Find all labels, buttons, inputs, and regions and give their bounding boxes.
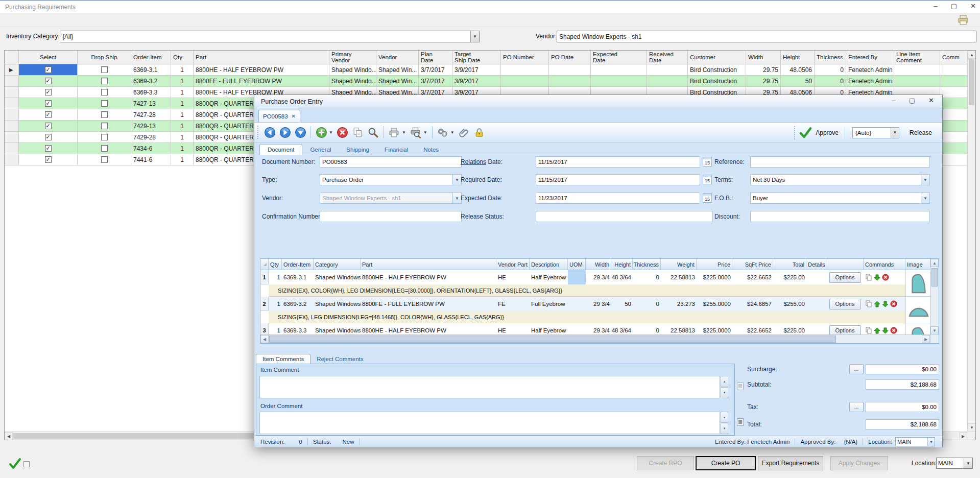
- release-mode-select[interactable]: {Auto} ▼: [852, 127, 899, 138]
- grid-column-header[interactable]: Price: [697, 259, 732, 270]
- select-checkbox[interactable]: ✓: [45, 111, 52, 118]
- select-all-check-icon[interactable]: [8, 457, 21, 470]
- chevron-down-icon[interactable]: ▼: [921, 175, 929, 185]
- scroll-left-icon[interactable]: ◀: [260, 335, 269, 343]
- surcharge-input[interactable]: [866, 364, 939, 374]
- select-checkbox[interactable]: ✓: [45, 66, 52, 73]
- grid-column-header[interactable]: Total: [773, 259, 806, 270]
- delete-icon[interactable]: [882, 274, 889, 281]
- item-comment-textarea[interactable]: [259, 376, 720, 398]
- expand-editor-icon[interactable]: [737, 383, 744, 390]
- column-header[interactable]: Received Date: [647, 51, 688, 64]
- drop-ship-cell[interactable]: [78, 76, 131, 87]
- drop-ship-checkbox[interactable]: [101, 123, 108, 129]
- expected-date-input[interactable]: [536, 193, 700, 204]
- scroll-left-icon[interactable]: ◀: [5, 432, 13, 440]
- options-button[interactable]: Options: [829, 299, 861, 309]
- scroll-right-icon[interactable]: ▶: [959, 432, 967, 440]
- grid-horizontal-scrollbar[interactable]: ◀▶: [260, 334, 930, 343]
- grid-column-header[interactable]: Vendor Part: [496, 259, 530, 270]
- select-checkbox[interactable]: ✓: [45, 123, 52, 129]
- grid-column-header[interactable]: Width: [586, 259, 611, 270]
- grid-column-header[interactable]: Category: [314, 259, 361, 270]
- select-cell[interactable]: ✓: [19, 154, 78, 165]
- column-header[interactable]: Vendor: [376, 51, 419, 64]
- dialog-maximize-button[interactable]: ▢: [909, 97, 915, 104]
- tab-financial[interactable]: Financial: [377, 145, 416, 155]
- table-row[interactable]: ✓6369-3.218800FE - FULL EYEBROW PWShaped…: [5, 76, 975, 87]
- column-header[interactable]: PO Number: [501, 51, 549, 64]
- release-status-input[interactable]: [536, 211, 713, 222]
- column-header[interactable]: Comm: [940, 51, 968, 64]
- column-header[interactable]: Drop Ship: [78, 51, 131, 64]
- drop-ship-cell[interactable]: [78, 64, 131, 76]
- tab-document[interactable]: Document: [259, 144, 302, 155]
- print-preview-icon[interactable]: [410, 126, 422, 138]
- apply-changes-button[interactable]: Apply Changes: [830, 456, 888, 470]
- close-button[interactable]: ✕: [970, 2, 976, 10]
- printer-icon[interactable]: [388, 126, 400, 138]
- tab-general[interactable]: General: [302, 145, 339, 155]
- footer-location-select[interactable]: MAIN ▼: [936, 458, 973, 469]
- fob-select[interactable]: Buyer▼: [750, 193, 930, 204]
- chevron-down-icon[interactable]: ▼: [964, 458, 972, 468]
- drop-ship-checkbox[interactable]: [101, 100, 108, 107]
- drop-ship-cell[interactable]: [78, 154, 131, 165]
- drop-ship-checkbox[interactable]: [101, 145, 108, 152]
- column-header[interactable]: PO Date: [549, 51, 591, 64]
- grid-column-header[interactable]: Image: [905, 259, 931, 270]
- chevron-down-icon[interactable]: ▼: [927, 438, 935, 446]
- scroll-down-icon[interactable]: ▼: [968, 423, 976, 432]
- column-header[interactable]: Qty: [171, 51, 194, 64]
- grid-column-header[interactable]: UOM: [568, 259, 586, 270]
- dialog-minimize-button[interactable]: –: [892, 97, 896, 104]
- confirmation-number-input[interactable]: [320, 211, 462, 222]
- select-cell[interactable]: ✓: [19, 87, 78, 98]
- discount-input[interactable]: [750, 211, 930, 222]
- drop-ship-checkbox[interactable]: [101, 134, 108, 140]
- forward-icon[interactable]: [279, 126, 291, 138]
- lock-icon[interactable]: [473, 126, 486, 138]
- drop-ship-cell[interactable]: [78, 143, 131, 154]
- required-date-input[interactable]: [536, 174, 700, 185]
- drop-ship-cell[interactable]: [78, 87, 131, 98]
- dialog-close-button[interactable]: ✕: [928, 97, 934, 104]
- column-header[interactable]: Order-Item: [131, 51, 171, 64]
- chevron-down-icon[interactable]: ▼: [470, 31, 479, 42]
- item-image-cell[interactable]: [905, 297, 931, 323]
- order-comment-textarea[interactable]: [259, 412, 720, 434]
- minimize-button[interactable]: –: [934, 2, 938, 10]
- up-icon[interactable]: [874, 301, 880, 307]
- table-row[interactable]: ▶✓6369-3.118800HE - HALF EYEBROW PWShape…: [5, 64, 975, 76]
- select-checkbox[interactable]: ✓: [45, 89, 52, 95]
- grid-row[interactable]: 116369-3.1Shaped Windows8800HE - HALF EY…: [260, 270, 931, 297]
- column-header[interactable]: Thickness: [815, 51, 846, 64]
- select-cell[interactable]: ✓: [19, 76, 78, 87]
- drop-ship-checkbox[interactable]: [101, 78, 108, 84]
- select-cell[interactable]: ✓: [19, 109, 78, 121]
- terms-select[interactable]: Net 30 Days▼: [750, 174, 930, 185]
- grid-column-header[interactable]: Qty: [269, 259, 282, 270]
- grid-row[interactable]: 216369-3.2Shaped Windows8800FE - FULL EY…: [260, 297, 931, 323]
- chevron-down-icon[interactable]: ▼: [423, 130, 427, 135]
- item-image-cell[interactable]: [905, 323, 931, 335]
- down-icon[interactable]: [882, 301, 889, 307]
- scroll-up-icon[interactable]: ▲: [968, 51, 976, 59]
- dialog-titlebar[interactable]: Purchase Order Entry – ▢ ✕: [254, 95, 942, 108]
- tools-icon[interactable]: [437, 126, 449, 138]
- search-icon[interactable]: [367, 126, 379, 138]
- select-checkbox[interactable]: ✓: [45, 145, 52, 152]
- delete-icon[interactable]: [890, 327, 897, 334]
- scroll-thumb[interactable]: [969, 59, 974, 105]
- select-cell[interactable]: ✓: [19, 132, 78, 143]
- tax-input[interactable]: [866, 402, 939, 412]
- order-comment-scrollbar[interactable]: ▲▼: [721, 412, 728, 434]
- create-rpo-button[interactable]: Create RPO: [637, 456, 694, 470]
- column-header[interactable]: Part: [194, 51, 329, 64]
- copy-icon[interactable]: [865, 300, 872, 307]
- grid-column-header[interactable]: Thickness: [633, 259, 661, 270]
- column-header[interactable]: Plan Date: [419, 51, 452, 64]
- drop-ship-checkbox[interactable]: [101, 156, 108, 163]
- column-header[interactable]: Entered By: [846, 51, 894, 64]
- drop-ship-checkbox[interactable]: [101, 89, 108, 95]
